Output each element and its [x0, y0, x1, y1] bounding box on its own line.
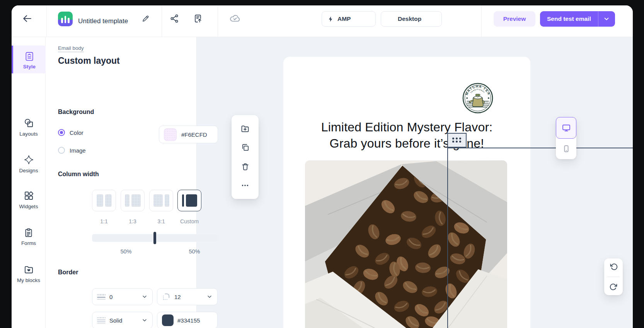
coffee-beans-image[interactable] [305, 160, 507, 328]
background-image-radio[interactable]: Image [58, 147, 86, 154]
cloud-saved-icon [229, 13, 241, 24]
folder-plus-icon [240, 124, 250, 133]
sidebar-item-my-blocks[interactable]: My blocks [12, 262, 46, 283]
send-test-email-label: Send test email [547, 15, 591, 22]
sidebar-item-label: Designs [19, 168, 38, 173]
left-column-percent: 50% [114, 248, 138, 255]
ratio-label: 3:1 [149, 218, 173, 224]
border-style-dropdown[interactable]: Solid [92, 312, 153, 328]
app-window: Untitled template AMP Desktop Preview [12, 5, 633, 328]
background-color-picker[interactable]: #F6ECFD [159, 126, 218, 143]
border-color-picker[interactable]: #334155 [157, 312, 218, 328]
divider [481, 5, 482, 37]
column-width-section-heading: Column width [58, 171, 99, 178]
chevron-down-icon [358, 16, 364, 22]
send-options-button[interactable] [598, 11, 615, 27]
divider [46, 5, 47, 37]
heading-line-1: Limited Edition Mystery Flavor: [283, 119, 530, 135]
style-icon [24, 51, 34, 61]
desktop-view-button[interactable] [556, 117, 576, 139]
border-style-icon [97, 317, 106, 324]
image-radio-label: Image [70, 147, 86, 154]
border-width-icon [97, 294, 106, 299]
border-width-dropdown[interactable]: 0 [92, 288, 153, 305]
radio-unselected-icon [58, 147, 65, 154]
editor-canvas: MATCHA TEA TRADITIONAL Limited Edition M… [196, 37, 633, 328]
border-section-heading: Border [58, 269, 78, 276]
divider [218, 5, 218, 37]
chevron-down-icon [428, 16, 434, 22]
border-radius-icon [162, 292, 170, 301]
pencil-icon [141, 15, 150, 23]
ratio-option-custom[interactable] [177, 190, 201, 211]
device-label: Desktop [398, 15, 421, 22]
mobile-view-button[interactable] [556, 139, 576, 160]
background-section-heading: Background [58, 109, 94, 116]
export-template-button[interactable] [190, 11, 206, 26]
sidebar-item-style[interactable]: Style [12, 46, 46, 73]
duplicate-block-button[interactable] [237, 140, 253, 155]
background-color-radio[interactable]: Color [58, 129, 83, 136]
border-color-swatch [162, 314, 174, 326]
matcha-tea-logo[interactable]: MATCHA TEA TRADITIONAL [462, 83, 493, 114]
file-export-icon [193, 14, 203, 23]
redo-button[interactable] [607, 280, 620, 294]
drag-dots-icon [452, 138, 462, 143]
sidebar-item-widgets[interactable]: Widgets [12, 188, 46, 209]
trash-icon [241, 162, 250, 171]
chevron-down-icon [141, 294, 148, 300]
divider [162, 5, 162, 37]
ellipsis-icon [241, 181, 249, 190]
preview-device-dropdown[interactable]: Desktop [381, 11, 442, 27]
share-button[interactable] [167, 11, 182, 26]
history-toolbar [604, 258, 623, 295]
preview-button[interactable]: Preview [494, 11, 535, 27]
color-swatch [164, 128, 177, 141]
sidebar-item-forms[interactable]: Forms [12, 225, 46, 246]
sidebar-item-label: Widgets [19, 204, 38, 209]
send-test-email-group: Send test email [540, 11, 615, 27]
column-width-slider-handle[interactable] [153, 232, 156, 244]
lightning-bolt-icon [327, 16, 334, 22]
sidebar: Style Layouts Designs Widgets Forms My b… [12, 37, 46, 328]
monitor-icon [387, 15, 394, 23]
border-width-value: 0 [109, 294, 138, 300]
save-block-button[interactable] [237, 121, 253, 136]
ratio-option-1-1[interactable] [92, 190, 116, 211]
heading-line-2: Grab yours before it’s gone! [283, 135, 530, 151]
autosave-status [227, 11, 243, 26]
mailmodo-logo[interactable] [58, 12, 73, 26]
email-heading-block[interactable]: Limited Edition Mystery Flavor: Grab you… [283, 119, 530, 151]
block-toolbar [232, 115, 259, 199]
ratio-option-3-1[interactable] [149, 190, 173, 211]
sidebar-item-designs[interactable]: Designs [12, 152, 46, 173]
widgets-icon [24, 190, 34, 201]
block-drag-handle[interactable] [447, 133, 467, 148]
amp-label: AMP [337, 15, 351, 22]
back-arrow-icon [22, 14, 32, 24]
ratio-option-1-3[interactable] [121, 190, 145, 211]
undo-icon [610, 263, 618, 271]
settings-panel: Email body Custom layout Background Colo… [46, 37, 196, 328]
back-button[interactable] [19, 11, 35, 26]
amp-mode-dropdown[interactable]: AMP [322, 11, 376, 27]
border-color-hex-value: #334155 [177, 317, 213, 324]
more-options-button[interactable] [237, 178, 253, 193]
ratio-label: 1:3 [121, 218, 145, 224]
undo-button[interactable] [607, 260, 620, 274]
delete-block-button[interactable] [237, 159, 253, 174]
sidebar-item-label: Forms [21, 240, 36, 246]
ratio-label: Custom [177, 218, 201, 224]
edit-title-button[interactable] [138, 11, 153, 26]
topbar: Untitled template AMP Desktop Preview [12, 5, 633, 37]
sidebar-item-layouts[interactable]: Layouts [12, 116, 46, 137]
email-preview: MATCHA TEA TRADITIONAL Limited Edition M… [283, 57, 530, 328]
template-title: Untitled template [78, 5, 128, 37]
send-test-email-button[interactable]: Send test email [540, 11, 598, 27]
redo-icon [610, 283, 618, 291]
border-radius-value: 12 [174, 294, 203, 300]
device-toggle [556, 117, 576, 159]
border-radius-dropdown[interactable]: 12 [157, 288, 218, 305]
panel-title: Custom layout [58, 56, 120, 66]
breadcrumb-email-body[interactable]: Email body [58, 45, 84, 52]
